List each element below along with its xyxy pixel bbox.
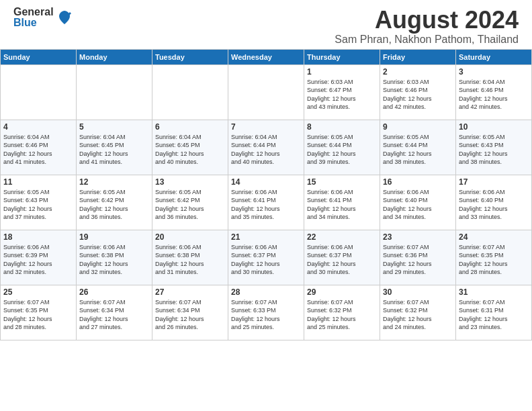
day-number: 2 [383,67,453,77]
calendar-cell: 14Sunrise: 6:06 AM Sunset: 6:41 PM Dayli… [228,175,304,230]
calendar-header-sunday: Sunday [1,49,77,64]
day-number: 23 [383,232,453,242]
day-number: 24 [459,232,529,242]
calendar-cell: 16Sunrise: 6:06 AM Sunset: 6:40 PM Dayli… [380,175,456,230]
day-number: 3 [459,67,529,77]
calendar-cell: 10Sunrise: 6:05 AM Sunset: 6:43 PM Dayli… [456,120,532,175]
calendar-header-saturday: Saturday [456,49,532,64]
page-container: General Blue August 2024 Sam Phran, Nakh… [0,0,532,340]
day-number: 18 [3,232,73,242]
calendar-cell: 20Sunrise: 6:06 AM Sunset: 6:38 PM Dayli… [152,230,228,285]
calendar-cell: 27Sunrise: 6:07 AM Sunset: 6:34 PM Dayli… [152,285,228,340]
day-info: Sunrise: 6:05 AM Sunset: 6:44 PM Dayligh… [383,133,453,167]
calendar-week-2: 4Sunrise: 6:04 AM Sunset: 6:46 PM Daylig… [1,120,532,175]
calendar-cell: 9Sunrise: 6:05 AM Sunset: 6:44 PM Daylig… [380,120,456,175]
day-number: 17 [459,177,529,187]
day-info: Sunrise: 6:05 AM Sunset: 6:44 PM Dayligh… [307,133,377,167]
calendar-cell: 15Sunrise: 6:06 AM Sunset: 6:41 PM Dayli… [304,175,380,230]
calendar-cell: 17Sunrise: 6:06 AM Sunset: 6:40 PM Dayli… [456,175,532,230]
day-info: Sunrise: 6:06 AM Sunset: 6:38 PM Dayligh… [155,243,225,277]
day-info: Sunrise: 6:06 AM Sunset: 6:41 PM Dayligh… [307,188,377,222]
calendar-week-3: 11Sunrise: 6:05 AM Sunset: 6:43 PM Dayli… [1,175,532,230]
day-number: 16 [383,177,453,187]
calendar-cell: 1Sunrise: 6:03 AM Sunset: 6:47 PM Daylig… [304,64,380,120]
calendar-cell: 21Sunrise: 6:06 AM Sunset: 6:37 PM Dayli… [228,230,304,285]
day-number: 7 [231,122,301,132]
day-number: 21 [231,232,301,242]
day-info: Sunrise: 6:04 AM Sunset: 6:46 PM Dayligh… [459,78,529,111]
calendar-cell: 4Sunrise: 6:04 AM Sunset: 6:46 PM Daylig… [1,120,77,175]
day-info: Sunrise: 6:05 AM Sunset: 6:42 PM Dayligh… [79,188,149,222]
calendar-cell [152,64,228,120]
day-info: Sunrise: 6:07 AM Sunset: 6:31 PM Dayligh… [459,298,529,332]
day-info: Sunrise: 6:07 AM Sunset: 6:32 PM Dayligh… [307,298,377,332]
calendar-cell [77,64,152,120]
calendar-cell: 8Sunrise: 6:05 AM Sunset: 6:44 PM Daylig… [304,120,380,175]
calendar-week-5: 25Sunrise: 6:07 AM Sunset: 6:35 PM Dayli… [1,285,532,340]
calendar-cell: 24Sunrise: 6:07 AM Sunset: 6:35 PM Dayli… [456,230,532,285]
day-number: 4 [3,122,73,132]
calendar-cell: 31Sunrise: 6:07 AM Sunset: 6:31 PM Dayli… [456,285,532,340]
day-info: Sunrise: 6:07 AM Sunset: 6:32 PM Dayligh… [383,298,453,332]
calendar-week-1: 1Sunrise: 6:03 AM Sunset: 6:47 PM Daylig… [1,64,532,120]
logo-general: General [13,7,54,17]
calendar-cell: 18Sunrise: 6:06 AM Sunset: 6:39 PM Dayli… [1,230,77,285]
day-number: 12 [79,177,149,187]
day-info: Sunrise: 6:05 AM Sunset: 6:43 PM Dayligh… [3,188,73,222]
calendar-cell: 5Sunrise: 6:04 AM Sunset: 6:45 PM Daylig… [77,120,152,175]
day-info: Sunrise: 6:07 AM Sunset: 6:35 PM Dayligh… [459,243,529,277]
day-info: Sunrise: 6:07 AM Sunset: 6:36 PM Dayligh… [383,243,453,277]
day-number: 26 [79,287,149,297]
day-number: 13 [155,177,225,187]
day-number: 20 [155,232,225,242]
day-info: Sunrise: 6:05 AM Sunset: 6:43 PM Dayligh… [459,133,529,167]
day-number: 6 [155,122,225,132]
calendar-cell: 6Sunrise: 6:04 AM Sunset: 6:45 PM Daylig… [152,120,228,175]
day-info: Sunrise: 6:04 AM Sunset: 6:44 PM Dayligh… [231,133,301,167]
day-info: Sunrise: 6:06 AM Sunset: 6:37 PM Dayligh… [307,243,377,277]
day-info: Sunrise: 6:05 AM Sunset: 6:42 PM Dayligh… [155,188,225,222]
calendar-cell: 22Sunrise: 6:06 AM Sunset: 6:37 PM Dayli… [304,230,380,285]
day-number: 8 [307,122,377,132]
day-info: Sunrise: 6:03 AM Sunset: 6:47 PM Dayligh… [307,78,377,111]
day-info: Sunrise: 6:06 AM Sunset: 6:40 PM Dayligh… [383,188,453,222]
day-number: 15 [307,177,377,187]
day-info: Sunrise: 6:07 AM Sunset: 6:34 PM Dayligh… [155,298,225,332]
day-info: Sunrise: 6:07 AM Sunset: 6:34 PM Dayligh… [79,298,149,332]
day-info: Sunrise: 6:04 AM Sunset: 6:45 PM Dayligh… [79,133,149,167]
calendar-cell: 11Sunrise: 6:05 AM Sunset: 6:43 PM Dayli… [1,175,77,230]
day-number: 22 [307,232,377,242]
calendar-table: SundayMondayTuesdayWednesdayThursdayFrid… [0,49,532,340]
title-block: August 2024 Sam Phran, Nakhon Pathom, Th… [335,7,519,46]
calendar-header-row: SundayMondayTuesdayWednesdayThursdayFrid… [1,49,532,64]
main-title: August 2024 [335,7,519,34]
day-info: Sunrise: 6:04 AM Sunset: 6:46 PM Dayligh… [3,133,73,167]
day-info: Sunrise: 6:06 AM Sunset: 6:38 PM Dayligh… [79,243,149,277]
calendar-week-4: 18Sunrise: 6:06 AM Sunset: 6:39 PM Dayli… [1,230,532,285]
calendar-cell: 3Sunrise: 6:04 AM Sunset: 6:46 PM Daylig… [456,64,532,120]
header: General Blue August 2024 Sam Phran, Nakh… [0,0,532,49]
logo-blue: Blue [13,17,54,28]
logo: General Blue [13,7,73,28]
calendar-cell [1,64,77,120]
calendar-header-thursday: Thursday [304,49,380,64]
calendar-header-tuesday: Tuesday [152,49,228,64]
calendar-cell: 2Sunrise: 6:03 AM Sunset: 6:46 PM Daylig… [380,64,456,120]
calendar-cell: 28Sunrise: 6:07 AM Sunset: 6:33 PM Dayli… [228,285,304,340]
calendar-cell [228,64,304,120]
day-info: Sunrise: 6:06 AM Sunset: 6:40 PM Dayligh… [459,188,529,222]
day-info: Sunrise: 6:04 AM Sunset: 6:45 PM Dayligh… [155,133,225,167]
day-info: Sunrise: 6:03 AM Sunset: 6:46 PM Dayligh… [383,78,453,111]
day-number: 27 [155,287,225,297]
calendar-cell: 26Sunrise: 6:07 AM Sunset: 6:34 PM Dayli… [77,285,152,340]
calendar-cell: 30Sunrise: 6:07 AM Sunset: 6:32 PM Dayli… [380,285,456,340]
logo-text: General Blue [13,7,54,28]
calendar-cell: 7Sunrise: 6:04 AM Sunset: 6:44 PM Daylig… [228,120,304,175]
day-number: 5 [79,122,149,132]
day-info: Sunrise: 6:06 AM Sunset: 6:39 PM Dayligh… [3,243,73,277]
day-number: 11 [3,177,73,187]
day-number: 28 [231,287,301,297]
day-info: Sunrise: 6:07 AM Sunset: 6:33 PM Dayligh… [231,298,301,332]
calendar-cell: 13Sunrise: 6:05 AM Sunset: 6:42 PM Dayli… [152,175,228,230]
calendar-cell: 25Sunrise: 6:07 AM Sunset: 6:35 PM Dayli… [1,285,77,340]
